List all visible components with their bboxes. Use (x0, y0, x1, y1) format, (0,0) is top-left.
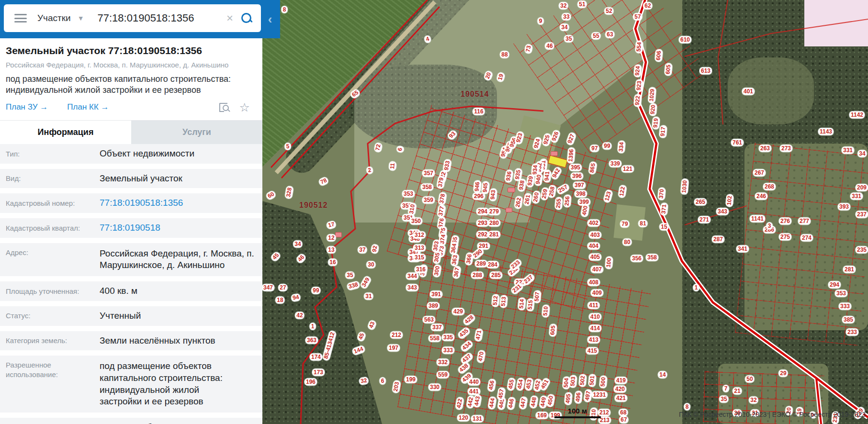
parcel-label: 343 (406, 284, 418, 291)
parcel-label: 447 (519, 396, 528, 410)
parcel-label: 507 (533, 290, 541, 303)
parcel-label: 429 (452, 308, 464, 315)
parcel-label: 1396 (567, 147, 575, 164)
parcel-label: 274 (800, 234, 813, 242)
scale-bar (554, 416, 601, 418)
parcel-label: 605 (549, 324, 557, 336)
parcel-label: 99 (311, 287, 320, 294)
parcel-label: 363 (450, 253, 459, 267)
parcel-label: 55 (591, 33, 600, 40)
parcel-label: 32 (559, 2, 568, 10)
parcel-label: 434 (460, 339, 474, 353)
parcel-label: 2 (366, 167, 373, 175)
parcel-label: 120 (457, 414, 470, 422)
parcel-label: 20 (484, 70, 494, 81)
parcel-label: 13 (327, 246, 336, 254)
parcel-label: 212 (390, 332, 403, 339)
parcel-label: 313 (413, 245, 426, 252)
parcel-label: 19 (496, 72, 505, 83)
parcel-label: 33 (562, 13, 571, 21)
parcel-label: 67 (619, 416, 628, 424)
favorite-star-icon[interactable]: ☆ (239, 102, 250, 112)
parcel-label: 923 (514, 131, 524, 145)
search-icon[interactable] (241, 12, 252, 24)
parcel-label: 293 (476, 220, 489, 227)
parcel-label: 448 (529, 395, 538, 409)
parcel-label: 503 (569, 375, 577, 388)
parcel-label: 32 (749, 397, 758, 404)
parcel-label: 606 (654, 49, 663, 62)
parcel-label: 396 (571, 173, 583, 180)
parcel-label: 79 (620, 221, 629, 228)
parcel-label: 35 (719, 396, 728, 403)
parcel-label: 422 (455, 397, 464, 410)
parcel-label: 292 (476, 231, 489, 238)
parcel-label: 1 (310, 323, 316, 330)
parcel-label: 924 (532, 136, 542, 150)
parcel-label: 926 (550, 129, 561, 144)
tab-information[interactable]: Информация (0, 121, 131, 144)
parcel-label: 35 (345, 272, 354, 279)
parcel-label: 6 (396, 145, 405, 153)
parcel-label: 404 (587, 243, 600, 250)
parcel-label: 277 (798, 218, 811, 225)
parcel-label: 510 (541, 304, 550, 317)
scale-bar-label: 100 м (568, 407, 587, 415)
map-attribution: ПКК © Росреестр 2010-2023 | ЕЭКО © Росре… (679, 411, 866, 418)
menu-icon[interactable] (14, 14, 27, 22)
parcel-label: 263 (759, 145, 771, 152)
search-input[interactable] (97, 11, 226, 25)
parcel-label: 409 (591, 290, 603, 297)
parcel-label: 100 (605, 256, 613, 269)
parcel-label: 289 (475, 260, 487, 268)
parcel-label: 339 (609, 160, 621, 167)
parcel-label: 237 (856, 211, 868, 218)
search-category-select[interactable]: Участки (37, 13, 71, 23)
parcel-label: 946 (473, 180, 481, 193)
collapse-panel-icon[interactable]: ‹ (261, 11, 279, 28)
cadastral-quarter-link[interactable]: 77:18:0190518 (100, 222, 257, 234)
quarter-label-190512: 190512 (299, 201, 327, 210)
parcel-label: 420 (614, 386, 626, 393)
parcel-label: 235 (856, 246, 868, 254)
parcel-label: 353 (835, 290, 847, 297)
parcel-label: 400 (580, 204, 589, 217)
parcel-label: 563 (423, 316, 435, 324)
parcel-label: 500 (599, 375, 607, 388)
table-row: Категория земель:Земли населённых пункто… (0, 331, 262, 351)
parcel-label: 440 (468, 379, 480, 386)
parcel-label: 923 (635, 79, 643, 92)
parcel-label: 941 (543, 169, 551, 182)
parcel-label: 281 (843, 266, 856, 273)
parcel-label: 377 (437, 204, 446, 218)
plan-zu-link[interactable]: План ЗУ → (6, 102, 48, 112)
parcel-label: 271 (698, 216, 710, 223)
parcel-label: 513 (499, 295, 507, 308)
parcel-label: 403 (589, 232, 601, 239)
parcel-label: 330 (428, 384, 441, 391)
parcel-label: 203 (392, 380, 401, 393)
tab-services[interactable]: Услуги (131, 121, 262, 144)
clear-search-icon[interactable]: × (226, 11, 233, 25)
plan-kk-link[interactable]: План КК → (67, 102, 109, 112)
parcel-label: 364 (449, 242, 458, 255)
cadastral-number-link[interactable]: 77:18:0190518:1356 (100, 197, 257, 209)
parcel-label: 209 (856, 184, 868, 191)
parcel-label: 761 (731, 139, 744, 146)
parcel-label: 349 (360, 275, 372, 290)
parcel-label: 233 (846, 329, 858, 336)
table-row: Адрес:Российская Федерация, г. Москва, п… (0, 243, 262, 276)
parcel-label: 294 (828, 281, 841, 289)
chevron-down-icon[interactable]: ▼ (78, 14, 84, 22)
parcel-label: 385 (842, 316, 855, 324)
parcel-label: 46 (545, 43, 554, 50)
parcel-label: 919 (652, 116, 660, 129)
parcel-label: 17 (326, 220, 337, 229)
parcel-label: 246 (755, 193, 767, 200)
parcel-label: 256 (563, 194, 571, 207)
parcel-label: 497 (583, 389, 592, 402)
parcel-label: 1143 (818, 128, 834, 135)
zoom-to-object-icon[interactable] (219, 102, 231, 112)
parcel-label: 347 (262, 284, 274, 291)
parcel-label: 92 (371, 244, 379, 254)
